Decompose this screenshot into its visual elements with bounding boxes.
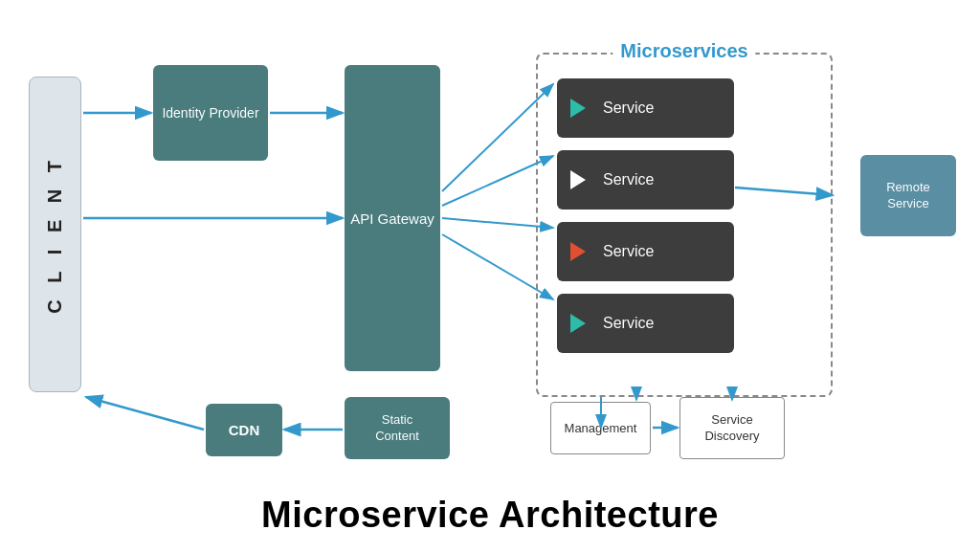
service-discovery-box: ServiceDiscovery [679, 397, 785, 459]
svg-marker-2 [570, 242, 586, 261]
service-box-2: Service [557, 150, 734, 210]
static-content-box: StaticContent [345, 397, 450, 459]
service-label-2: Service [603, 171, 654, 188]
microservices-title: Microservices [612, 40, 755, 62]
cdn-box: CDN [206, 404, 282, 456]
client-label: C L I E N T [44, 155, 66, 314]
arrows-overlay [0, 0, 980, 478]
svg-marker-1 [570, 170, 586, 189]
chevron-icon-1 [567, 95, 593, 121]
chevron-icon-4 [567, 310, 593, 337]
static-content-label: StaticContent [375, 412, 419, 445]
service-discovery-label: ServiceDiscovery [704, 412, 759, 445]
service-label-3: Service [603, 243, 654, 260]
identity-provider-box: Identity Provider [153, 65, 268, 161]
svg-line-15 [86, 397, 204, 430]
service-box-1: Service [557, 78, 734, 138]
svg-marker-3 [570, 314, 586, 333]
service-label-1: Service [603, 99, 654, 117]
chevron-icon-2 [567, 166, 593, 193]
client-box: C L I E N T [29, 77, 81, 392]
identity-provider-label: Identity Provider [162, 104, 258, 121]
management-label: Management [565, 421, 637, 435]
cdn-label: CDN [229, 422, 260, 438]
remote-service-label: RemoteService [886, 180, 930, 212]
api-gateway-label: API Gateway [350, 209, 434, 229]
management-box: Management [550, 402, 651, 454]
service-box-3: Service [557, 222, 734, 281]
service-box-4: Service [557, 294, 734, 353]
remote-service-box: RemoteService [860, 155, 956, 236]
svg-marker-0 [570, 99, 586, 118]
page-title: Microservice Architecture [261, 495, 719, 536]
service-label-4: Service [603, 315, 654, 332]
microservices-container: Microservices Service Service Service [536, 53, 833, 397]
diagram-area: C L I E N T Identity Provider API Gatewa… [0, 0, 980, 478]
title-area: Microservice Architecture [0, 478, 980, 552]
api-gateway-box: API Gateway [345, 65, 440, 371]
chevron-icon-3 [567, 238, 593, 265]
